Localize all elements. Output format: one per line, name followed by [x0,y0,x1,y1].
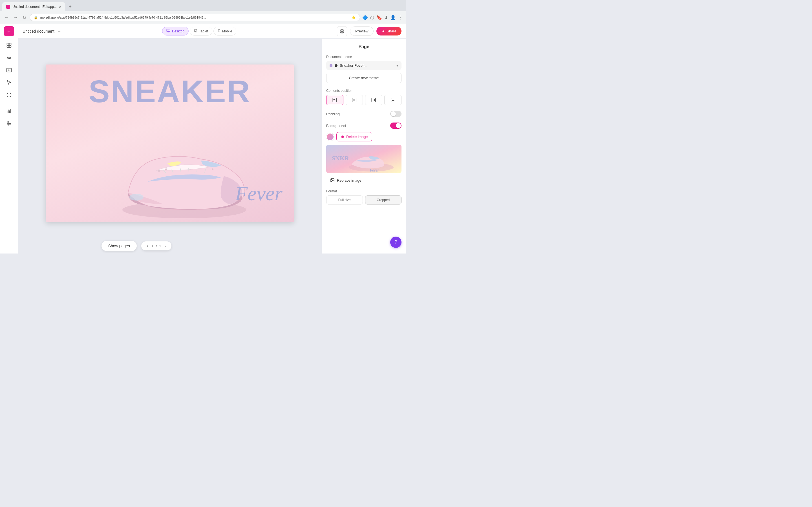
padding-row: Padding [326,111,402,117]
share-button[interactable]: Share [376,27,402,36]
svg-point-37 [165,168,167,170]
svg-rect-44 [374,99,375,101]
position-options [326,95,402,105]
background-image-preview[interactable]: SNKR Fever [326,145,402,173]
tab-title: Untitled document | Editapp... [12,5,57,9]
delete-image-button[interactable]: Delete image [336,132,372,142]
svg-marker-5 [8,69,10,71]
desktop-view-button[interactable]: Desktop [162,27,189,36]
theme-selector[interactable]: Sneaker Fever... ▾ [326,61,402,70]
browser-toolbar: ← → ↻ 🔒 app.editapp.io/app/794b98c7-91ad… [0,11,406,24]
main-canvas-area: SNEAKER [18,39,321,253]
svg-point-26 [342,31,343,32]
canvas-wrapper: SNEAKER [46,64,294,222]
canvas[interactable]: SNEAKER [46,64,294,222]
desktop-icon [166,29,170,34]
background-label: Background [326,124,346,128]
back-button[interactable]: ← [3,14,10,21]
new-tab-button[interactable]: + [66,4,74,10]
format-options: Full size Cropped [326,195,402,205]
canvas-subtitle: Fever [235,182,283,205]
full-size-button[interactable]: Full size [326,195,363,205]
app-header: Untitled document ··· Desktop Tablet [18,24,406,39]
padding-toggle[interactable] [390,111,402,117]
tab-favicon [6,5,10,9]
svg-rect-39 [333,98,337,102]
desktop-label: Desktop [172,29,185,33]
position-right-button[interactable] [365,95,382,105]
sidebar-logo[interactable]: + [4,26,14,36]
sidebar-item-media[interactable] [3,64,15,76]
sidebar-item-pages[interactable] [3,40,15,51]
download-icon[interactable]: ⬇ [384,15,388,20]
replace-image-label: Replace image [337,178,361,182]
browser-tab[interactable]: Untitled document | Editapp... × [2,2,65,11]
profile-icon[interactable]: 👤 [390,15,396,20]
panel-title: Page [326,44,402,49]
left-sidebar: + Aa [0,24,18,253]
position-top-left-button[interactable] [326,95,343,105]
svg-point-38 [212,168,213,170]
svg-rect-19 [167,29,170,32]
settings-button[interactable] [337,26,347,36]
svg-point-35 [130,194,144,201]
extension-icon-2[interactable]: ⬡ [370,15,374,20]
svg-rect-43 [371,98,375,102]
cropped-button[interactable]: Cropped [365,195,402,205]
theme-chevron-icon: ▾ [396,64,398,68]
position-center-button[interactable] [346,95,363,105]
background-color-swatch[interactable] [326,133,334,141]
svg-point-36 [158,170,160,172]
padding-label: Padding [326,112,340,116]
position-bottom-button[interactable] [384,95,402,105]
sidebar-item-select[interactable] [3,77,15,88]
svg-point-18 [8,124,9,125]
mobile-view-button[interactable]: Mobile [213,27,236,36]
theme-name: Sneaker Fever... [340,63,394,68]
tab-bar: Untitled document | Editapp... × + [0,0,406,11]
right-panel: Page Document theme Sneaker Fever... ▾ C… [321,39,406,253]
svg-marker-27 [382,30,384,33]
url-bar[interactable]: 🔒 app.editapp.io/app/794b98c7-91ad-4798-… [30,14,360,21]
tab-close-button[interactable]: × [59,4,61,9]
reload-button[interactable]: ↻ [21,14,28,21]
share-label: Share [387,29,396,33]
format-label: Format [326,189,402,193]
menu-icon[interactable]: ⋮ [398,15,403,20]
delete-image-label: Delete image [346,135,368,139]
tablet-view-button[interactable]: Tablet [190,27,212,36]
extension-icon-1[interactable]: 🔷 [362,15,368,20]
bottom-bar: Show pages ‹ 1 / 1 › [36,238,237,253]
forward-button[interactable]: → [12,14,19,21]
svg-rect-2 [7,46,9,48]
document-title: Untitled document [22,29,54,34]
svg-line-32 [189,168,189,172]
app-container: + Aa [0,24,406,253]
sidebar-item-add[interactable] [3,89,15,101]
document-theme-label: Document theme [326,55,402,59]
svg-rect-42 [353,100,356,101]
prev-page-button[interactable]: ‹ [146,244,149,248]
tablet-icon [194,29,197,34]
extension-icon-3[interactable]: 🔖 [376,15,382,20]
sidebar-item-analytics[interactable] [3,105,15,117]
sneaker-image [111,114,258,222]
document-menu-button[interactable]: ··· [58,29,61,34]
preview-button[interactable]: Preview [350,26,373,36]
sidebar-item-settings[interactable] [3,118,15,129]
show-pages-button[interactable]: Show pages [101,241,137,251]
mobile-icon [218,29,220,34]
svg-point-23 [195,32,196,32]
next-page-button[interactable]: › [163,244,167,248]
svg-rect-40 [334,99,335,100]
create-new-theme-button[interactable]: Create new theme [326,73,402,83]
help-button[interactable]: ? [390,237,402,248]
sidebar-item-text[interactable]: Aa [3,52,15,63]
total-pages: 1 [159,244,161,248]
background-toggle[interactable] [390,122,402,129]
replace-image-button[interactable]: Replace image [326,176,365,185]
browser-chrome: Untitled document | Editapp... × + ← → ↻… [0,0,406,24]
delete-image-row: Delete image [326,132,402,142]
view-switcher: Desktop Tablet Mobile [65,27,334,36]
browser-toolbar-icons: 🔷 ⬡ 🔖 ⬇ 👤 ⋮ [362,15,403,20]
